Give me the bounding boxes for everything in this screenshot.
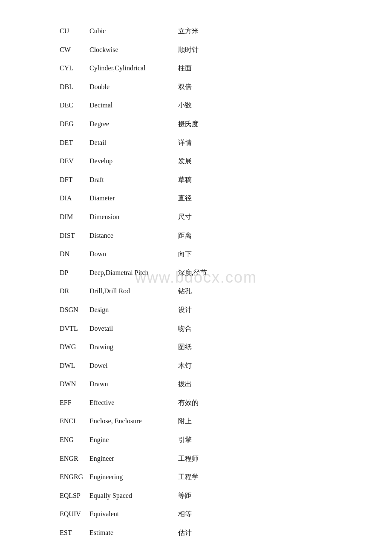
abbreviation: DWL xyxy=(60,360,89,371)
english-term: Dowel xyxy=(89,360,175,371)
chinese-translation: 附上 xyxy=(178,416,192,427)
list-item: DIADiameter直径 xyxy=(60,193,341,204)
english-term: Design xyxy=(89,304,175,315)
abbreviation: EQLSP xyxy=(60,490,89,501)
chinese-translation: 估计 xyxy=(178,527,192,538)
english-term: Engineering xyxy=(89,471,175,483)
abbreviation: CYL xyxy=(60,63,89,74)
chinese-translation: 设计 xyxy=(178,304,192,315)
english-term: Clockwise xyxy=(89,44,175,55)
list-item: DWLDowel木钉 xyxy=(60,360,341,371)
list-item: ESTEstimate估计 xyxy=(60,527,341,538)
chinese-translation: 工程学 xyxy=(178,471,199,483)
chinese-translation: 距离 xyxy=(178,230,192,241)
abbreviation: ENCL xyxy=(60,416,89,427)
chinese-translation: 等距 xyxy=(178,490,192,501)
chinese-translation: 发展 xyxy=(178,156,192,167)
list-item: DVTLDovetail吻合 xyxy=(60,323,341,334)
abbreviation: DIST xyxy=(60,230,89,241)
abbreviation: EST xyxy=(60,527,89,538)
chinese-translation: 图纸 xyxy=(178,341,192,353)
abbreviation: DIM xyxy=(60,211,89,223)
abbreviation: DSGN xyxy=(60,304,89,315)
abbreviation: CW xyxy=(60,44,89,55)
english-term: Enclose, Enclosure xyxy=(89,416,175,427)
list-item: ENGEngine引擎 xyxy=(60,434,341,445)
english-term: Down xyxy=(89,249,175,260)
list-item: ENCLEnclose, Enclosure附上 xyxy=(60,416,341,427)
abbreviation: DEG xyxy=(60,119,89,130)
list-item: DNDown向下 xyxy=(60,249,341,260)
chinese-translation: 相等 xyxy=(178,509,192,520)
list-item: EQUIVEquivalent相等 xyxy=(60,509,341,520)
english-term: Detail xyxy=(89,137,175,148)
chinese-translation: 向下 xyxy=(178,249,192,260)
list-item: DIMDimension尺寸 xyxy=(60,211,341,223)
english-term: Develop xyxy=(89,156,175,167)
english-term: Draft xyxy=(89,174,175,185)
abbreviation: DBL xyxy=(60,81,89,92)
list-item: DWGDrawing图纸 xyxy=(60,341,341,353)
list-item: DRDrill,Drill Rod钻孔 xyxy=(60,286,341,297)
list-item: DSGNDesign设计 xyxy=(60,304,341,315)
chinese-translation: 引擎 xyxy=(178,434,192,445)
chinese-translation: 摄氏度 xyxy=(178,119,199,130)
chinese-translation: 详情 xyxy=(178,137,192,148)
english-term: Deep,Diametral Pitch xyxy=(89,267,175,278)
english-term: Cubic xyxy=(89,26,175,37)
english-term: Double xyxy=(89,81,175,92)
abbreviation: DVTL xyxy=(60,323,89,334)
list-item: DPDeep,Diametral Pitch深度,径节 xyxy=(60,267,341,278)
chinese-translation: 拔出 xyxy=(178,379,192,390)
english-term: Equivalent xyxy=(89,509,175,520)
abbreviation: CU xyxy=(60,26,89,37)
chinese-translation: 木钉 xyxy=(178,360,192,371)
chinese-translation: 尺寸 xyxy=(178,211,192,223)
english-term: Drill,Drill Rod xyxy=(89,286,175,297)
list-item: EQLSPEqually Spaced等距 xyxy=(60,490,341,501)
list-item: DEGDegree摄氏度 xyxy=(60,119,341,130)
list-item: DBLDouble双倍 xyxy=(60,81,341,92)
abbreviation: EQUIV xyxy=(60,509,89,520)
entries-list: CUCubic立方米CWClockwise顺时针CYLCylinder,Cyli… xyxy=(60,26,341,538)
english-term: Estimate xyxy=(89,527,175,538)
chinese-translation: 小数 xyxy=(178,100,192,111)
list-item: DFTDraft草稿 xyxy=(60,174,341,185)
list-item: DWNDrawn拔出 xyxy=(60,379,341,390)
abbreviation: DR xyxy=(60,286,89,297)
abbreviation: DIA xyxy=(60,193,89,204)
chinese-translation: 工程师 xyxy=(178,453,199,464)
list-item: EFFEffective有效的 xyxy=(60,397,341,408)
list-item: DISTDistance距离 xyxy=(60,230,341,241)
chinese-translation: 顺时针 xyxy=(178,44,199,55)
abbreviation: ENG xyxy=(60,434,89,445)
list-item: CWClockwise顺时针 xyxy=(60,44,341,55)
abbreviation: DFT xyxy=(60,174,89,185)
english-term: Drawn xyxy=(89,379,175,390)
abbreviation: DEV xyxy=(60,156,89,167)
chinese-translation: 深度,径节 xyxy=(178,267,207,278)
english-term: Equally Spaced xyxy=(89,490,175,501)
english-term: Distance xyxy=(89,230,175,241)
english-term: Dovetail xyxy=(89,323,175,334)
abbreviation: DEC xyxy=(60,100,89,111)
abbreviation: ENGR xyxy=(60,453,89,464)
english-term: Engineer xyxy=(89,453,175,464)
list-item: CYLCylinder,Cylindrical柱面 xyxy=(60,63,341,74)
abbreviation: EFF xyxy=(60,397,89,408)
english-term: Effective xyxy=(89,397,175,408)
abbreviation: DWN xyxy=(60,379,89,390)
chinese-translation: 直径 xyxy=(178,193,192,204)
chinese-translation: 双倍 xyxy=(178,81,192,92)
english-term: Diameter xyxy=(89,193,175,204)
english-term: Drawing xyxy=(89,341,175,353)
english-term: Dimension xyxy=(89,211,175,223)
list-item: DEVDevelop发展 xyxy=(60,156,341,167)
abbreviation: DN xyxy=(60,249,89,260)
chinese-translation: 柱面 xyxy=(178,63,192,74)
abbreviation: DET xyxy=(60,137,89,148)
english-term: Degree xyxy=(89,119,175,130)
list-item: CUCubic立方米 xyxy=(60,26,341,37)
chinese-translation: 有效的 xyxy=(178,397,199,408)
english-term: Decimal xyxy=(89,100,175,111)
